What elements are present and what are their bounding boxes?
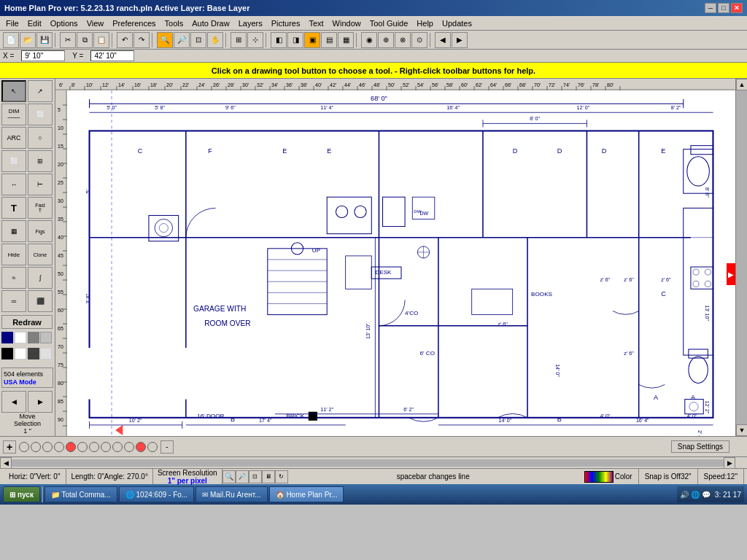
tb-cut[interactable]: ✂ <box>60 32 76 48</box>
color-black[interactable] <box>1 348 13 359</box>
color-indicator[interactable] <box>584 471 614 483</box>
tb-b8[interactable]: ⊗ <box>395 32 411 48</box>
menu-layers[interactable]: Layers <box>234 16 267 30</box>
tool-text[interactable]: T <box>1 197 26 219</box>
move-right-btn[interactable]: ▶ <box>28 391 53 413</box>
tool-grid2[interactable]: ⊞ <box>28 150 53 172</box>
snap-dot-6[interactable] <box>77 442 88 452</box>
snap-add-btn[interactable]: + <box>3 440 16 454</box>
snap-settings-btn[interactable]: Snap Settings <box>671 440 729 453</box>
tb-pan[interactable]: ✋ <box>207 32 223 48</box>
tb-redo[interactable]: ↷ <box>133 32 150 48</box>
color-lightgray[interactable] <box>40 348 52 359</box>
scroll-track[interactable] <box>736 90 747 424</box>
snap-minus-btn[interactable]: - <box>160 440 174 454</box>
start-button[interactable]: ⊞ пуск <box>3 486 40 502</box>
tool-line[interactable]: ⊢ <box>28 174 53 195</box>
h-scroll-track[interactable] <box>12 459 724 467</box>
color-silver[interactable] <box>40 332 52 343</box>
minimize-button[interactable]: ─ <box>705 3 716 13</box>
close-button[interactable]: ✕ <box>731 3 743 13</box>
view-btn2[interactable]: 🖥 <box>262 470 275 483</box>
snap-dot-3[interactable] <box>42 442 53 452</box>
snap-dot-5[interactable] <box>66 442 76 452</box>
taskbar-item-1024[interactable]: 🌐 1024:609 - Fo... <box>119 486 194 502</box>
menu-view[interactable]: View <box>82 16 109 30</box>
menu-updates[interactable]: Updates <box>438 16 476 30</box>
zoom-in-btn[interactable]: 🔍 <box>222 470 236 483</box>
maximize-button[interactable]: □ <box>718 3 729 13</box>
color-white[interactable] <box>15 332 26 343</box>
tb-grid[interactable]: ⊞ <box>231 32 247 48</box>
snap-dot-10[interactable] <box>124 442 134 452</box>
tb-zoom-out[interactable]: 🔎 <box>174 32 190 48</box>
menu-text[interactable]: Text <box>304 16 328 30</box>
tb-b1[interactable]: ◧ <box>271 32 287 48</box>
tb-zoom-fit[interactable]: ⊡ <box>190 32 206 48</box>
tb-b11[interactable]: ▶ <box>452 32 468 48</box>
bottom-scrollbar[interactable]: ◀ ▶ <box>0 456 747 468</box>
tool-select[interactable]: ↖ <box>1 80 26 102</box>
tb-b6[interactable]: ◉ <box>361 32 377 48</box>
tb-undo[interactable]: ↶ <box>117 32 133 48</box>
zoom-out-btn[interactable]: 🔎 <box>236 470 249 483</box>
tool-figs[interactable]: Figs <box>28 220 53 242</box>
tb-b4[interactable]: ▤ <box>321 32 337 48</box>
tool-arrow[interactable]: ↔ <box>1 174 26 195</box>
tb-zoom-in[interactable]: 🔍 <box>157 32 173 48</box>
color-darkblue[interactable] <box>1 332 13 343</box>
y-input[interactable] <box>90 50 134 61</box>
tb-b5[interactable]: ▦ <box>338 32 354 48</box>
tool-fasttext[interactable]: FastT <box>28 197 53 219</box>
snap-dot-1[interactable] <box>19 442 29 452</box>
menu-help[interactable]: Help <box>412 16 438 30</box>
tool-dline[interactable]: ═ <box>1 290 26 312</box>
snap-dot-9[interactable] <box>112 442 123 452</box>
tb-open[interactable]: 📂 <box>20 32 36 48</box>
menu-preferences[interactable]: Preferences <box>108 16 160 30</box>
taskbar-item-mail[interactable]: ✉ Mail.Ru Агент... <box>196 486 267 502</box>
menu-toolguide[interactable]: Tool Guide <box>365 16 413 30</box>
tb-b2[interactable]: ◨ <box>287 32 303 48</box>
tb-b10[interactable]: ◀ <box>435 32 451 48</box>
snap-dot-4[interactable] <box>54 442 64 452</box>
tool-pan[interactable]: ↗ <box>28 80 53 102</box>
scroll-up-btn[interactable]: ▲ <box>736 79 747 90</box>
tb-snap[interactable]: ⊹ <box>247 32 263 48</box>
tool-dim[interactable]: DIM─── <box>1 104 26 125</box>
tool-hatch[interactable]: ▦ <box>1 220 26 242</box>
snap-dot-7[interactable] <box>89 442 99 452</box>
snap-dot-2[interactable] <box>31 442 41 452</box>
menu-file[interactable]: File <box>1 16 23 30</box>
tb-save[interactable]: 💾 <box>36 32 53 48</box>
snap-dot-8[interactable] <box>101 442 111 452</box>
menu-options[interactable]: Options <box>46 16 82 30</box>
menu-edit[interactable]: Edit <box>23 16 46 30</box>
scroll-right-btn[interactable]: ▶ <box>724 457 735 469</box>
menu-window[interactable]: Window <box>328 16 365 30</box>
tool-hide[interactable]: Hide <box>1 244 26 265</box>
color-white2[interactable] <box>15 348 26 359</box>
taskbar-item-total[interactable]: 📁 Total Comma... <box>44 486 117 502</box>
tool-clone[interactable]: Clone <box>28 244 53 265</box>
menu-pictures[interactable]: Pictures <box>267 16 305 30</box>
tool-circle[interactable]: ○ <box>28 127 53 149</box>
tool-curve[interactable]: ≈ <box>1 267 26 289</box>
tb-b3[interactable]: ▣ <box>304 32 320 48</box>
tb-b9[interactable]: ⊙ <box>411 32 427 48</box>
tb-new[interactable]: 📄 <box>3 32 19 48</box>
x-input[interactable] <box>21 50 65 61</box>
canvas-area[interactable]: 6' 8' 10' 12' 14' 16' 18' 20' 22' 24' 26… <box>55 79 735 436</box>
color-gray[interactable] <box>28 332 39 343</box>
view-btn1[interactable]: ⊡ <box>249 470 262 483</box>
move-left-btn[interactable]: ◀ <box>1 391 26 413</box>
tool-wall[interactable]: ⬜ <box>1 150 26 172</box>
snap-dot-12[interactable] <box>147 442 158 452</box>
tb-copy[interactable]: ⧉ <box>77 32 93 48</box>
right-scrollbar[interactable]: ▲ ▼ <box>735 79 747 436</box>
redraw-button[interactable]: Redraw <box>1 315 53 329</box>
drawing-surface[interactable]: 68' 0" 5' 0" 5' 8" 9' 6" 11' 4" 16' 4" <box>67 90 735 436</box>
tb-paste[interactable]: 📋 <box>93 32 109 48</box>
view-btn3[interactable]: ↻ <box>275 470 288 483</box>
menu-tools[interactable]: Tools <box>160 16 188 30</box>
